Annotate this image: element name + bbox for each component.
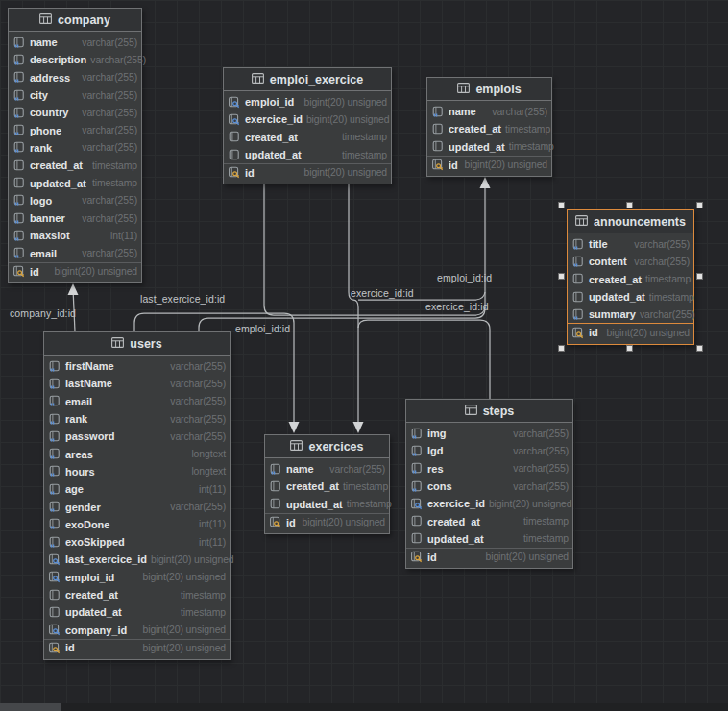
table-header[interactable]: company — [9, 9, 141, 32]
table-row[interactable]: emploi_id bigint(20) unsigned — [224, 93, 391, 110]
table-row[interactable]: description varchar(255) — [9, 51, 141, 68]
selection-handle[interactable] — [696, 345, 703, 352]
table-row[interactable]: updated_at timestamp — [9, 174, 141, 191]
table-row[interactable]: id bigint(20) unsigned — [44, 639, 230, 656]
table-emploi-exercice[interactable]: emploi_exercice emploi_id bigint(20) uns… — [223, 67, 392, 184]
table-row[interactable]: exercice_id bigint(20) unsigned — [406, 495, 572, 512]
relationship-label[interactable]: emploi_id:id — [437, 272, 492, 283]
table-row[interactable]: id bigint(20) unsigned — [224, 163, 391, 181]
table-header[interactable]: exercices — [265, 435, 389, 458]
primary-key-icon — [228, 166, 241, 179]
table-users[interactable]: users firstName varchar(255) lastName va… — [43, 331, 231, 660]
table-row[interactable]: lastName varchar(255) — [44, 375, 230, 392]
column-icon — [12, 124, 26, 136]
table-header[interactable]: emplois — [427, 78, 551, 101]
table-company[interactable]: company name varchar(255) description va… — [8, 8, 142, 283]
scrollbar-thumb[interactable] — [0, 703, 61, 711]
table-header[interactable]: steps — [406, 400, 572, 423]
table-row[interactable]: firstName varchar(255) — [44, 357, 230, 375]
table-row[interactable]: hours longtext — [44, 463, 230, 480]
relationship-line[interactable] — [349, 184, 358, 422]
table-row[interactable]: created_at timestamp — [224, 129, 391, 146]
table-row[interactable]: res varchar(255) — [406, 460, 572, 478]
table-row[interactable]: last_exercice_id bigint(20) unsigned — [44, 551, 230, 568]
relationship-label[interactable]: exercice_id:id — [351, 287, 414, 299]
table-row[interactable]: id bigint(20) unsigned — [427, 156, 551, 173]
table-steps[interactable]: steps img varchar(255) lgd varchar(255) … — [405, 399, 573, 569]
table-row[interactable]: id bigint(20) unsigned — [568, 323, 693, 340]
selection-handle[interactable] — [558, 345, 565, 352]
table-row[interactable]: updated_at timestamp — [406, 530, 572, 548]
relationship-label[interactable]: last_exercice_id:id — [140, 293, 225, 305]
field-type: varchar(255) — [82, 72, 137, 83]
table-header[interactable]: emploi_exercice — [224, 68, 391, 91]
table-row[interactable]: logo varchar(255) — [9, 192, 141, 209]
selection-handle[interactable] — [558, 273, 565, 280]
table-row[interactable]: address varchar(255) — [9, 69, 141, 86]
table-row[interactable]: maxslot int(11) — [9, 227, 141, 244]
table-row[interactable]: company_id bigint(20) unsigned — [44, 621, 230, 638]
table-row[interactable]: created_at timestamp — [265, 478, 389, 495]
table-row[interactable]: gender varchar(255) — [44, 498, 230, 515]
table-row[interactable]: id bigint(20) unsigned — [265, 513, 389, 530]
table-row[interactable]: exoSkipped int(11) — [44, 533, 230, 551]
selection-handle[interactable] — [626, 202, 633, 208]
relationship-line[interactable] — [358, 320, 490, 399]
table-row[interactable]: updated_at timestamp — [44, 603, 230, 621]
table-row[interactable]: age int(11) — [44, 480, 230, 498]
table-row[interactable]: created_at timestamp — [568, 271, 693, 288]
field-type: varchar(255) — [170, 431, 226, 442]
primary-key-icon — [431, 159, 445, 171]
primary-key-icon — [410, 551, 424, 563]
table-row[interactable]: password varchar(255) — [44, 428, 230, 445]
table-row[interactable]: exercice_id bigint(20) unsigned — [224, 110, 391, 128]
table-row[interactable]: created_at timestamp — [406, 512, 572, 529]
selection-handle[interactable] — [626, 345, 633, 352]
table-row[interactable]: updated_at timestamp — [568, 288, 693, 306]
relationship-label[interactable]: exercice_id:id — [425, 301, 489, 312]
selection-handle[interactable] — [696, 273, 703, 280]
table-row[interactable]: created_at timestamp — [44, 586, 230, 603]
table-row[interactable]: emploi_id bigint(20) unsigned — [44, 569, 230, 586]
table-row[interactable]: created_at timestamp — [9, 157, 141, 174]
table-row[interactable]: updated_at timestamp — [224, 146, 391, 163]
table-row[interactable]: img varchar(255) — [406, 425, 572, 442]
table-row[interactable]: city varchar(255) — [9, 86, 141, 104]
timestamp-icon — [431, 140, 445, 153]
table-row[interactable]: content varchar(255) — [568, 253, 693, 270]
table-row[interactable]: name varchar(255) — [427, 103, 551, 120]
table-row[interactable]: exoDone int(11) — [44, 516, 230, 533]
table-row[interactable]: created_at timestamp — [427, 120, 551, 137]
table-exercices[interactable]: exercices name varchar(255) created_at t… — [264, 434, 390, 534]
table-row[interactable]: name varchar(255) — [9, 34, 141, 51]
selection-handle[interactable] — [558, 202, 565, 208]
table-row[interactable]: email varchar(255) — [9, 245, 141, 262]
table-header[interactable]: announcements — [568, 210, 693, 233]
table-row[interactable]: updated_at timestamp — [427, 138, 551, 156]
table-emplois[interactable]: emplois name varchar(255) created_at tim… — [426, 77, 552, 177]
horizontal-scrollbar[interactable] — [0, 703, 728, 711]
table-row[interactable]: phone varchar(255) — [9, 121, 141, 138]
selection-handle[interactable] — [696, 202, 703, 208]
table-row[interactable]: id bigint(20) unsigned — [406, 548, 572, 565]
table-row[interactable]: rank varchar(255) — [44, 410, 230, 428]
table-row[interactable]: cons varchar(255) — [406, 478, 572, 495]
table-row[interactable]: updated_at timestamp — [265, 496, 389, 513]
table-row[interactable]: email varchar(255) — [44, 393, 230, 410]
table-row[interactable]: name varchar(255) — [265, 460, 389, 478]
table-row[interactable]: summary varchar(255) — [568, 306, 693, 323]
table-announcements[interactable]: announcements title varchar(255) content… — [567, 209, 694, 345]
table-header[interactable]: users — [44, 332, 230, 356]
table-row[interactable]: country varchar(255) — [9, 104, 141, 121]
field-type: timestamp — [509, 141, 554, 152]
erd-canvas[interactable]: company_id:id last_exercice_id:id emploi… — [0, 0, 728, 711]
relationship-label[interactable]: emploi_id:id — [235, 323, 290, 334]
table-row[interactable]: id bigint(20) unsigned — [9, 262, 141, 280]
table-row[interactable]: banner varchar(255) — [9, 209, 141, 227]
table-body: name varchar(255) created_at timestamp u… — [265, 458, 389, 533]
table-row[interactable]: lgd varchar(255) — [406, 442, 572, 459]
table-row[interactable]: rank varchar(255) — [9, 139, 141, 157]
table-row[interactable]: areas longtext — [44, 445, 230, 462]
table-row[interactable]: title varchar(255) — [568, 235, 693, 253]
relationship-label[interactable]: company_id:id — [10, 307, 76, 319]
